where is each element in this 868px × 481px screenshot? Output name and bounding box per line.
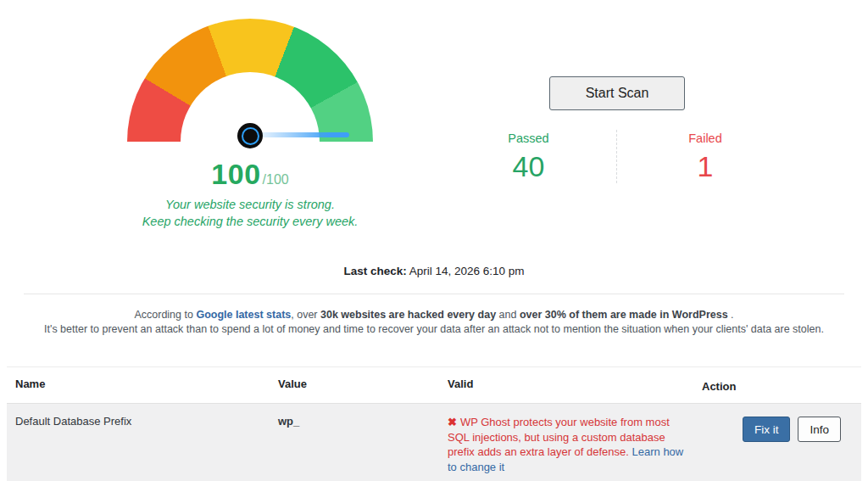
check-actions: Fix it Info	[693, 404, 861, 481]
last-check-line: Last check: April 14, 2026 6:10 pm	[0, 265, 868, 277]
table-row: Default Database Prefix wp_ ✖WP Ghost pr…	[7, 404, 861, 481]
check-name: Default Database Prefix	[7, 404, 270, 481]
header-value: Value	[270, 367, 439, 403]
failed-label: Failed	[617, 131, 793, 145]
note-bold-hacked: 30k websites are hacked every day	[320, 309, 496, 321]
gauge-subtitle-line2: Keep checking the security every week.	[142, 213, 359, 230]
gauge-subtitle: Your website security is strong. Keep ch…	[142, 196, 359, 230]
security-checks-table: Name Value Valid Action Default Database…	[7, 366, 861, 481]
note-bold-wordpress: over 30% of them are made in WordPress	[520, 309, 728, 321]
failed-stat: Failed 1	[617, 130, 793, 183]
passed-label: Passed	[441, 131, 616, 145]
stats-note-line1: According to Google latest stats, over 3…	[0, 308, 868, 322]
header-valid: Valid	[439, 367, 693, 403]
note-text: .	[728, 309, 734, 321]
stats-note-line2: It's better to prevent an attack than to…	[0, 322, 868, 337]
note-text: , over	[291, 309, 320, 321]
header-action: Action	[693, 367, 861, 403]
info-button[interactable]: Info	[798, 417, 841, 442]
header-name: Name	[7, 367, 270, 403]
last-check-value: April 14, 2026 6:10 pm	[407, 265, 525, 277]
scan-stats: Passed 40 Failed 1	[441, 130, 793, 183]
security-score-gauge	[127, 19, 373, 146]
failed-x-icon: ✖	[448, 416, 457, 428]
score-max: /100	[263, 172, 289, 187]
stats-note: According to Google latest stats, over 3…	[0, 308, 868, 336]
score-line: 100 /100	[211, 158, 288, 191]
failed-count: 1	[617, 150, 793, 183]
scan-column: Start Scan Passed 40 Failed 1	[441, 76, 793, 183]
gauge-hub-ring	[242, 127, 259, 145]
note-text: According to	[134, 309, 196, 321]
score-value: 100	[211, 158, 260, 191]
check-value: wp_	[270, 404, 439, 481]
section-divider	[24, 294, 844, 294]
security-overview-section: 100 /100 Your website security is strong…	[0, 0, 868, 254]
note-text: and	[496, 309, 520, 321]
check-valid-message: ✖WP Ghost protects your website from mos…	[439, 404, 693, 481]
google-stats-link[interactable]: Google latest stats	[196, 309, 291, 321]
passed-count: 40	[441, 150, 616, 183]
gauge-column: 100 /100 Your website security is strong…	[0, 19, 500, 230]
last-check-label: Last check:	[343, 265, 406, 277]
table-header-row: Name Value Valid Action	[7, 367, 861, 404]
gauge-subtitle-line1: Your website security is strong.	[142, 196, 359, 213]
passed-stat: Passed 40	[441, 130, 617, 183]
fix-it-button[interactable]: Fix it	[743, 417, 791, 442]
gauge-hub	[237, 123, 263, 148]
gauge-needle	[254, 132, 349, 137]
start-scan-button[interactable]: Start Scan	[549, 76, 685, 110]
